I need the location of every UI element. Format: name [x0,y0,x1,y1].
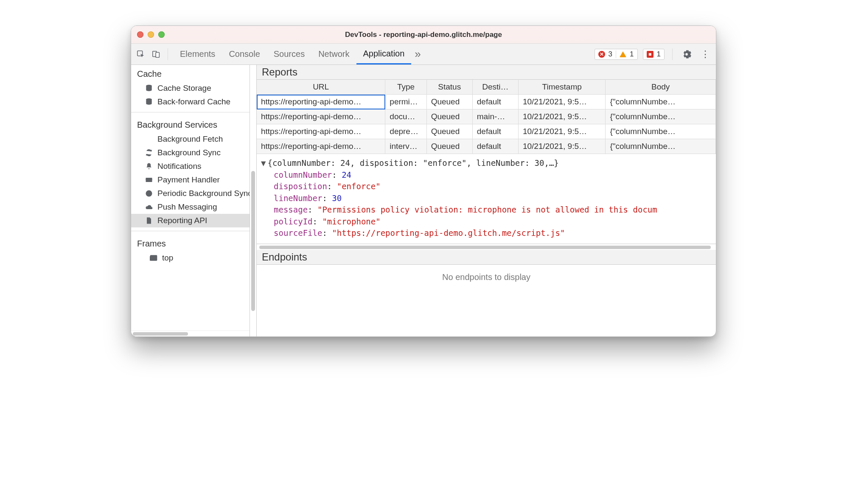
sidebar-item-label: Reporting API [157,216,207,225]
cell-url: https://reporting-api-demo… [257,139,385,154]
cell-dest: default [472,95,518,109]
cell-dest: main-… [472,109,518,124]
chevron-down-icon[interactable]: ▼ [261,158,266,168]
cell-dest: default [472,124,518,139]
sidebar-item-label: Background Sync [157,148,221,157]
main-toolbar: Elements Console Sources Network Applica… [131,44,716,65]
sidebar-item-label: top [162,253,173,263]
pill-sep [616,50,616,58]
cell-url: https://reporting-api-demo… [257,109,385,124]
cell-status: Queued [426,139,472,154]
issues-pill[interactable]: ■ 1 [643,49,665,60]
svg-rect-6 [146,179,152,180]
error-icon: ✕ [598,51,605,58]
tab-elements[interactable]: Elements [173,44,222,64]
section-reports-header: Reports [257,65,716,80]
section-endpoints-header: Endpoints [257,250,716,265]
errors-count: 3 [609,50,612,59]
titlebar: DevTools - reporting-api-demo.glitch.me/… [131,26,716,44]
settings-icon[interactable] [680,48,693,61]
database-icon [145,98,153,106]
reports-table: URL Type Status Desti… Timestamp Body ht… [257,80,716,154]
warning-icon [620,51,626,57]
console-errors-pill[interactable]: ✕ 3 1 [595,49,638,60]
sidebar-section-bgservices: Background Services [131,116,250,132]
json-line: disposition: "enforce" [261,181,712,193]
table-row[interactable]: https://reporting-api-demo… interv… Queu… [257,139,716,154]
file-icon [145,216,153,225]
cell-status: Queued [426,109,472,124]
window-title: DevTools - reporting-api-demo.glitch.me/… [131,31,716,39]
table-row[interactable]: https://reporting-api-demo… depre… Queue… [257,124,716,139]
svg-rect-2 [156,52,159,57]
cell-body: {"columnNumbe… [606,109,716,124]
cell-status: Queued [426,95,472,109]
issue-icon: ■ [647,51,653,58]
sidebar-item-bg-fetch[interactable]: Background Fetch [131,132,250,146]
maximize-icon[interactable] [158,31,165,38]
cell-ts: 10/21/2021, 9:5… [518,95,605,109]
cell-status: Queued [426,124,472,139]
sidebar-item-cache-storage[interactable]: Cache Storage [131,81,250,95]
table-row[interactable]: https://reporting-api-demo… docu… Queued… [257,109,716,124]
tab-console[interactable]: Console [222,44,266,64]
sidebar-item-payment[interactable]: Payment Handler [131,173,250,187]
cell-body: {"columnNumbe… [606,124,716,139]
toolbar-divider [168,48,168,60]
close-icon[interactable] [137,31,143,38]
sidebar-item-label: Background Fetch [157,134,223,144]
json-summary-line[interactable]: ▼{columnNumber: 24, disposition: "enforc… [261,157,712,169]
json-line: sourceFile: "https://reporting-api-demo.… [261,227,712,239]
devtools-window: DevTools - reporting-api-demo.glitch.me/… [131,25,716,337]
sidebar-item-label: Cache Storage [157,84,211,93]
sidebar-horizontal-scrollbar[interactable] [131,330,250,336]
sidebar-item-bg-sync[interactable]: Background Sync [131,146,250,160]
warnings-count: 1 [630,50,634,59]
sidebar-item-reporting-api[interactable]: Reporting API [131,214,250,227]
bell-icon [145,162,153,171]
sidebar-item-label: Payment Handler [157,175,220,185]
col-type[interactable]: Type [385,80,426,95]
tab-network[interactable]: Network [311,44,356,64]
cell-type: docu… [385,109,426,124]
device-toggle-icon[interactable] [150,48,163,61]
json-line: lineNumber: 30 [261,193,712,204]
json-line: policyId: "microphone" [261,216,712,228]
application-sidebar: Cache Cache Storage Back-forward Cache B… [131,65,250,336]
kebab-icon[interactable]: ⋮ [698,49,712,60]
sidebar-item-bfcache[interactable]: Back-forward Cache [131,95,250,109]
tab-application[interactable]: Application [356,44,412,64]
cell-dest: default [472,139,518,154]
sidebar-item-label: Periodic Background Sync [157,189,250,198]
col-status[interactable]: Status [426,80,472,95]
cell-type: interv… [385,139,426,154]
database-icon [145,84,153,92]
cell-type: permi… [385,95,426,109]
sidebar-item-push[interactable]: Push Messaging [131,200,250,214]
inspect-icon[interactable] [135,48,147,61]
tab-sources[interactable]: Sources [267,44,311,64]
report-detail-json: ▼{columnNumber: 24, disposition: "enforc… [257,154,716,244]
card-icon [145,176,153,184]
main-content: Reports URL Type Status Desti… Timestamp… [257,65,716,336]
detail-horizontal-scrollbar[interactable] [257,244,716,250]
table-row[interactable]: https://reporting-api-demo… permi… Queue… [257,95,716,109]
sidebar-item-label: Notifications [157,162,202,171]
col-url[interactable]: URL [257,80,385,95]
sidebar-vertical-scrollbar[interactable] [250,65,257,336]
sidebar-section-cache: Cache [131,65,250,81]
minimize-icon[interactable] [148,31,154,38]
sidebar-item-frame-top[interactable]: ▶ top [131,251,250,265]
cell-url: https://reporting-api-demo… [257,95,385,109]
svg-rect-8 [151,255,157,260]
more-tabs-icon[interactable]: » [411,44,424,64]
sidebar-item-notifications[interactable]: Notifications [131,160,250,173]
col-timestamp[interactable]: Timestamp [518,80,605,95]
json-line: columnNumber: 24 [261,169,712,181]
col-body[interactable]: Body [606,80,716,95]
sidebar-item-periodic-sync[interactable]: Periodic Background Sync [131,187,250,200]
cell-body: {"columnNumbe… [606,139,716,154]
cell-ts: 10/21/2021, 9:5… [518,139,605,154]
panel-tabs: Elements Console Sources Network Applica… [173,44,424,64]
col-dest[interactable]: Desti… [472,80,518,95]
